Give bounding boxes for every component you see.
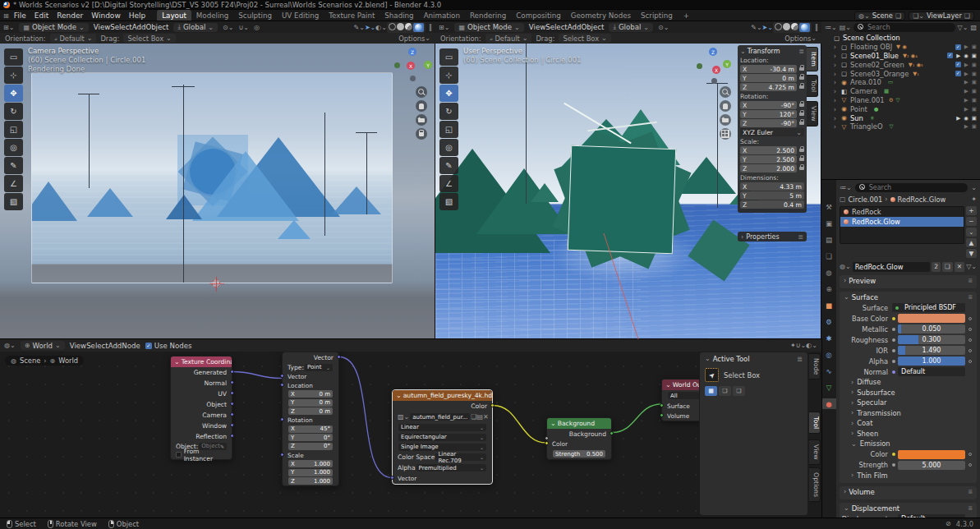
shading-solid-icon[interactable] [783, 23, 790, 30]
unlink-icon[interactable]: ✕ [483, 413, 489, 421]
shading-wireframe-icon[interactable] [775, 23, 782, 30]
metallic-slider[interactable]: 0.050 [898, 324, 965, 334]
outliner-row[interactable]: › ▢ Scene03_Orange ▼₁ ✓ ▶ ▣ [821, 69, 980, 78]
emission-strength-slider[interactable]: 5.000 [898, 461, 965, 470]
properties-editor-icon[interactable]: ≔⌄ [840, 184, 852, 191]
active-tool-header[interactable]: ⌄Active Tool≣ [705, 355, 803, 363]
output-socket[interactable] [490, 403, 495, 407]
input-socket[interactable] [545, 436, 549, 440]
transform-tool[interactable]: ◎ [4, 139, 23, 156]
material-tab-icon[interactable]: ● [821, 398, 836, 409]
output-socket[interactable] [230, 423, 234, 427]
viewport-right-canvas[interactable]: ▭ ⊹ ✥ ↻ ◱ ◎ ✎ ∠ ▧ User Perspective (60) … [435, 44, 821, 339]
gizmo-axis-x[interactable]: X [407, 62, 415, 70]
camera-view-icon[interactable] [720, 114, 731, 126]
gizmo-axis-y-neg[interactable] [697, 63, 702, 69]
sidebar-tab[interactable]: Item [807, 47, 818, 71]
selectable-icon[interactable]: ▶ [964, 123, 968, 130]
editor-type-icon[interactable]: ⊞⌄ [439, 24, 449, 31]
vector-value-field[interactable]: Y0° [288, 434, 333, 441]
base-color-swatch[interactable] [898, 314, 965, 323]
lock-icon[interactable] [799, 67, 804, 71]
workspace-tab[interactable]: Layout [157, 10, 191, 21]
editor-type-icon[interactable]: ◍⌄ [4, 342, 16, 349]
shader-sidebar-tab[interactable]: Tool [809, 412, 821, 434]
output-socket[interactable] [337, 355, 341, 359]
output-socket[interactable] [230, 412, 234, 416]
input-socket[interactable] [545, 441, 549, 445]
editor-type-icon[interactable]: ⊞⌄ [3, 24, 14, 31]
zoom-icon[interactable] [416, 86, 427, 98]
cursor-tool[interactable]: ⊹ [4, 67, 23, 84]
breadcrumb-object[interactable]: Circle.001 [849, 196, 883, 204]
node-texture-coordinate[interactable]: ⌄Texture Coordinate Generated Normal UV … [170, 356, 232, 460]
gizmos-icon[interactable]: ✎⌄ [354, 24, 365, 31]
node-mapping[interactable]: Vector Type: Point⌄ Vector Location X0 m… [282, 352, 339, 486]
new-viewlayer-icon[interactable]: ❏ [964, 12, 970, 20]
keyframe-dot[interactable] [968, 360, 972, 363]
select-box-tool-icon[interactable]: ➤ [705, 368, 719, 382]
hide-render-icon[interactable]: ▣ [972, 53, 977, 59]
gizmo-axis-z[interactable]: Z [709, 48, 717, 56]
annotate-tool[interactable]: ✎ [439, 157, 458, 174]
shader-editor[interactable]: ◍⌄ ⊕World⌄ ViewSelectAddNode ✓Use Nodes … [0, 339, 821, 518]
source-dropdown[interactable]: Single Image⌄ [398, 444, 486, 451]
rotation-field[interactable]: X-90° [740, 101, 797, 109]
input-socket[interactable] [280, 374, 284, 378]
viewport-menu-item[interactable]: Object [145, 23, 168, 31]
viewlayer-tab-icon[interactable]: ❏ [821, 251, 836, 261]
shader-sidebar-tab[interactable]: Options [809, 467, 821, 502]
viewport-camera[interactable]: ⊞⌄ ▦Object Mode⌄ ViewSelectAddObject ⤓Gl… [0, 21, 435, 339]
pause-render-icon[interactable]: ‖ [429, 24, 432, 31]
outliner-row[interactable]: › ◉ Point ● ▶ ▣ [821, 104, 980, 113]
output-socket[interactable] [230, 434, 234, 438]
hide-viewport-icon[interactable]: ◉ [964, 115, 968, 122]
particles-tab-icon[interactable]: ✱ [821, 333, 836, 343]
outliner-row[interactable]: › ◉ Area.010 ▭ ▶ ▣ [821, 78, 980, 87]
outliner-row[interactable]: › ▽ TriangleO ▽ ▶ ▣ [821, 122, 980, 131]
scene-selector[interactable]: ◍⌄Scene❏ [854, 12, 905, 21]
measure-tool[interactable]: ∠ [4, 175, 23, 192]
input-socket[interactable] [660, 403, 664, 407]
vector-value-field[interactable]: Y1.000 [288, 469, 333, 476]
alpha-slider[interactable]: 1.000 [898, 356, 965, 366]
thin-film-subpanel[interactable]: ›Thin Film [840, 471, 977, 481]
add-primitive-tool[interactable]: ▧ [4, 193, 23, 210]
dimension-field[interactable]: X4.33 m [740, 182, 804, 191]
vector-value-field[interactable]: X45° [288, 426, 333, 433]
shading-wireframe-icon[interactable] [389, 23, 396, 30]
vector-value-field[interactable]: Z0 m [288, 407, 333, 415]
outliner-row[interactable]: ▢ Scene Collection [821, 34, 980, 43]
shader-menu-item[interactable]: View [70, 342, 86, 350]
pivot-point-icon[interactable]: ⊙⌄ [658, 24, 669, 31]
selectable-icon[interactable]: ▶ [964, 71, 968, 77]
transform-panel-header[interactable]: ⌄Transform≣ [740, 48, 804, 55]
menu-item[interactable]: Window [87, 12, 125, 20]
type-dropdown[interactable]: Point⌄ [305, 364, 333, 371]
image-browse-icon[interactable]: ▨⌄ [398, 413, 409, 421]
move-tool[interactable]: ✥ [4, 85, 23, 102]
outliner-item-label[interactable]: Point [850, 105, 867, 113]
outliner-item-label[interactable]: Scene02_Green [850, 61, 904, 69]
expand-icon[interactable]: › [832, 43, 838, 51]
slot-move-up-button[interactable]: ▲ [966, 238, 977, 247]
overlays-icon[interactable]: ➤⌄ [365, 24, 375, 31]
physics-tab-icon[interactable]: ◎ [821, 349, 836, 360]
lock-icon[interactable] [799, 104, 804, 108]
subpanel-collapsed[interactable]: ›Transmission [840, 408, 977, 419]
outliner-search-input[interactable]: Search [853, 23, 955, 32]
keyframe-dot[interactable] [968, 317, 972, 320]
alpha-dropdown[interactable]: Premultiplied⌄ [416, 464, 486, 472]
outliner-item-label[interactable]: Scene03_Orange [850, 70, 909, 78]
gizmo-axis-y[interactable]: Y [723, 60, 731, 68]
new-scene-icon[interactable]: ❏ [895, 12, 901, 20]
output-socket[interactable] [610, 431, 614, 435]
gizmo-axis-y[interactable]: Y [424, 61, 432, 69]
subpanel-collapsed[interactable]: ›Specular [840, 398, 977, 408]
expand-icon[interactable]: › [832, 61, 838, 69]
rotation-field[interactable]: Y120° [740, 110, 797, 118]
add-workspace-button[interactable]: + [679, 10, 694, 21]
remove-slot-button[interactable]: − [966, 217, 977, 226]
workspace-tab[interactable]: UV Editing [277, 10, 324, 21]
outliner-row[interactable]: › ▢ Floating OBJ ▼ ◉ ✓ ▶ ▣ [821, 43, 980, 52]
